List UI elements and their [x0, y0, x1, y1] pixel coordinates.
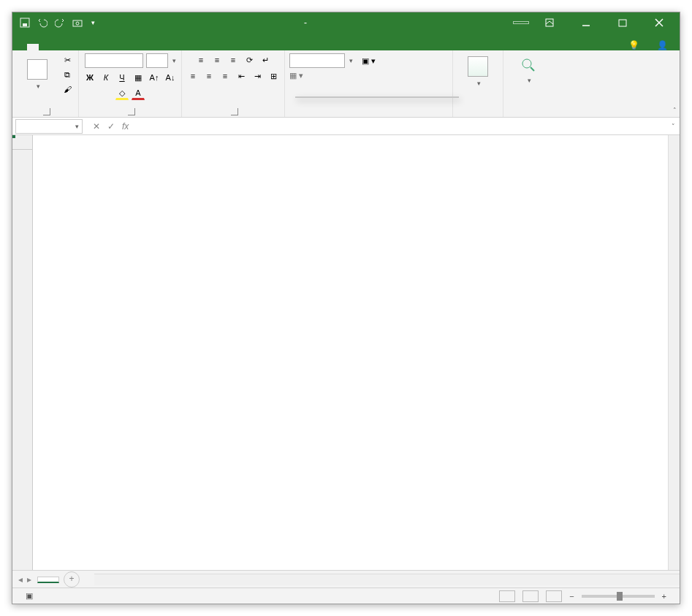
normal-view-icon[interactable] [499, 590, 515, 602]
dialog-launcher-icon[interactable] [231, 108, 238, 115]
formula-bar: ▾ ✕ ✓ fx ˅ [12, 118, 680, 135]
bold-button[interactable]: Ж [83, 71, 96, 84]
tab-page-layout[interactable] [50, 44, 62, 50]
ribbon-display-options-icon[interactable] [533, 12, 566, 33]
tab-review[interactable] [85, 44, 97, 50]
cells-button[interactable]: ▾ [457, 53, 498, 90]
svg-point-9 [522, 59, 531, 68]
font-name-combo[interactable] [85, 53, 143, 68]
align-center-icon[interactable]: ≡ [202, 69, 216, 83]
underline-button[interactable]: Ч [115, 71, 129, 84]
sheet-tab-bar: ◂ ▸ + [12, 570, 680, 588]
chevron-down-icon[interactable]: ▾ [349, 57, 353, 64]
undo-icon[interactable] [37, 18, 47, 28]
orientation-icon[interactable]: ⟳ [243, 53, 256, 66]
chevron-down-icon: ▾ [477, 80, 481, 87]
select-all-corner[interactable] [12, 135, 32, 150]
page-layout-view-icon[interactable] [522, 590, 539, 602]
zoom-in-button[interactable]: + [662, 592, 666, 601]
italic-button[interactable]: К [99, 71, 113, 84]
zoom-slider[interactable] [582, 595, 655, 598]
sign-in-button[interactable] [513, 21, 529, 24]
enter-formula-icon[interactable]: ✓ [107, 121, 115, 132]
cut-icon[interactable]: ✂ [61, 53, 74, 66]
chevron-down-icon[interactable]: ▾ [172, 57, 176, 64]
quick-access-toolbar: ▾ [12, 18, 102, 28]
align-left-icon[interactable]: ≡ [186, 69, 199, 83]
minimize-button[interactable] [570, 12, 602, 33]
decrease-indent-icon[interactable]: ⇤ [235, 69, 248, 83]
macro-record-icon[interactable]: ▣ [26, 591, 33, 601]
wrap-text-icon[interactable]: ↵ [259, 53, 272, 66]
chevron-down-icon: ▾ [37, 83, 40, 90]
increase-font-icon[interactable]: A↑ [148, 71, 161, 84]
chevron-down-icon: ▾ [528, 77, 531, 84]
border-button[interactable]: ▦ [132, 71, 145, 84]
vertical-scrollbar[interactable] [668, 135, 680, 570]
number-format-combo[interactable] [289, 53, 345, 68]
editing-button[interactable]: ▾ [508, 53, 549, 87]
format-as-table-button[interactable]: ▦ ▾ [289, 71, 303, 80]
new-sheet-button[interactable]: + [64, 571, 80, 588]
sheet-tab[interactable] [37, 577, 59, 583]
tab-home[interactable] [27, 44, 39, 50]
group-alignment: ≡ ≡ ≡ ⟳ ↵ ≡ ≡ ≡ ⇤ ⇥ ⊞ [182, 50, 285, 117]
page-break-view-icon[interactable] [546, 590, 562, 602]
tab-formulas[interactable] [62, 44, 74, 50]
collapse-ribbon-icon[interactable]: ˄ [673, 107, 677, 114]
group-editing: ▾ [503, 50, 553, 117]
number-format-dropdown [295, 96, 459, 98]
font-size-combo[interactable] [146, 53, 168, 68]
group-number: ▾ ▣ ▾ ▦ ▾ [285, 50, 453, 117]
maximize-button[interactable] [607, 12, 639, 33]
chevron-down-icon[interactable]: ▾ [75, 123, 79, 130]
qat-more-icon[interactable]: ▾ [91, 19, 95, 26]
tab-help[interactable] [121, 44, 132, 50]
merge-cells-icon[interactable]: ⊞ [267, 69, 280, 83]
app-window: ▾ - 💡 👤 [12, 12, 680, 604]
font-color-button[interactable]: A [132, 87, 145, 100]
save-icon[interactable] [20, 18, 30, 28]
align-bottom-icon[interactable]: ≡ [227, 53, 240, 66]
formula-input[interactable] [136, 119, 666, 134]
row-headers[interactable] [12, 135, 33, 570]
svg-rect-6 [619, 20, 626, 26]
search-icon [520, 56, 537, 74]
fill-color-button[interactable]: ◇ [115, 87, 129, 100]
window-title: - [102, 18, 509, 28]
increase-indent-icon[interactable]: ⇥ [251, 69, 264, 83]
dialog-launcher-icon[interactable] [43, 108, 50, 115]
redo-icon[interactable] [55, 18, 65, 28]
format-painter-icon[interactable]: 🖌 [61, 83, 74, 96]
sheet-nav-prev-icon[interactable]: ◂ [18, 574, 23, 585]
cancel-formula-icon[interactable]: ✕ [93, 121, 100, 132]
decrease-font-icon[interactable]: A↓ [164, 71, 177, 84]
name-box[interactable]: ▾ [15, 119, 83, 134]
expand-formula-bar-icon[interactable]: ˅ [667, 123, 680, 130]
align-middle-icon[interactable]: ≡ [210, 53, 224, 66]
conditional-formatting-button[interactable]: ▣ ▾ [362, 56, 376, 66]
camera-icon[interactable] [72, 18, 83, 28]
svg-rect-1 [23, 23, 27, 26]
svg-rect-4 [546, 19, 553, 26]
tab-file[interactable] [15, 44, 27, 50]
zoom-out-button[interactable]: − [569, 592, 574, 601]
close-button[interactable] [643, 12, 675, 33]
sheet-nav-next-icon[interactable]: ▸ [27, 574, 31, 585]
paste-icon [27, 59, 47, 80]
align-top-icon[interactable]: ≡ [194, 53, 208, 66]
copy-icon[interactable]: ⧉ [61, 68, 74, 81]
tab-view[interactable] [97, 44, 109, 50]
worksheet-grid[interactable] [12, 135, 680, 570]
horizontal-scrollbar[interactable] [94, 574, 680, 585]
fx-icon[interactable]: fx [122, 121, 129, 132]
tab-insert[interactable] [39, 44, 50, 50]
align-right-icon[interactable]: ≡ [218, 69, 232, 83]
paste-button[interactable]: ▾ [17, 56, 58, 93]
svg-point-3 [76, 22, 79, 25]
tab-data[interactable] [74, 44, 85, 50]
tab-developer[interactable] [109, 44, 121, 50]
dialog-launcher-icon[interactable] [128, 108, 135, 115]
cells-icon [468, 56, 488, 77]
ribbon: ▾ ✂ ⧉ 🖌 ▾ Ж К Ч [12, 50, 680, 118]
